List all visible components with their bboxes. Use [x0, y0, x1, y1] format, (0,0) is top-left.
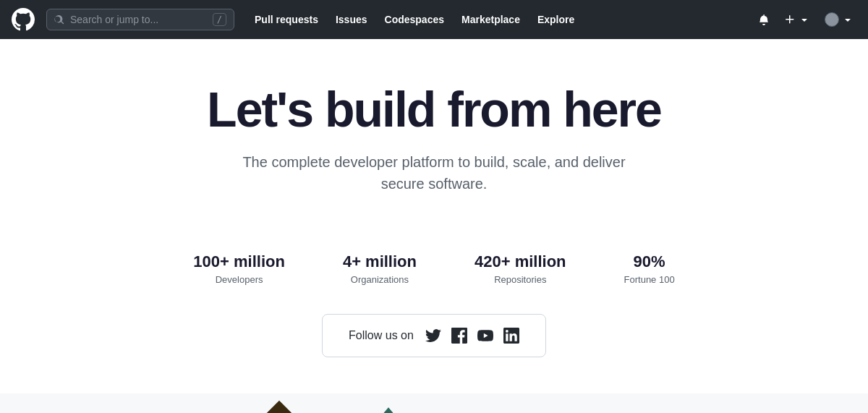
create-new-button[interactable]: [781, 11, 813, 28]
character-8: [767, 401, 854, 413]
stat-developers: 100+ million Developers: [193, 252, 285, 285]
nav-right-actions: [755, 9, 856, 30]
search-kbd: /: [213, 13, 226, 26]
stat-repositories-number: 420+ million: [475, 252, 566, 271]
stat-organizations-number: 4+ million: [343, 252, 417, 271]
character-5: [451, 401, 537, 413]
character-2: [127, 401, 214, 413]
linkedin-icon: [503, 328, 519, 344]
user-menu-button[interactable]: [822, 9, 856, 30]
character-1: [14, 401, 109, 413]
main-content: Let's build from here The complete devel…: [0, 39, 868, 413]
facebook-icon: [451, 328, 467, 344]
social-icons: [425, 328, 519, 344]
chevron-down-icon: [799, 14, 810, 25]
youtube-link[interactable]: [477, 328, 493, 344]
nav-links: Pull requests Issues Codespaces Marketpl…: [246, 14, 744, 25]
stats-section: 100+ million Developers 4+ million Organ…: [193, 252, 674, 285]
avatar-chevron-icon: [842, 14, 854, 25]
nav-marketplace[interactable]: Marketplace: [453, 14, 529, 25]
notifications-button[interactable]: [755, 11, 773, 28]
search-bar[interactable]: Search or jump to... /: [46, 9, 234, 30]
character-3: [232, 397, 326, 413]
nav-pull-requests[interactable]: Pull requests: [246, 14, 327, 25]
svg-marker-29: [374, 407, 403, 413]
follow-us-box: Follow us on: [322, 314, 546, 357]
youtube-icon: [477, 328, 493, 344]
search-icon: [54, 14, 64, 25]
character-4-illustration: [345, 401, 432, 413]
github-logo[interactable]: [12, 8, 35, 31]
hero-title: Let's build from here: [123, 82, 745, 137]
characters-row: [0, 393, 868, 413]
follow-us-label: Follow us on: [349, 329, 414, 342]
stat-repositories-label: Repositories: [475, 274, 566, 285]
linkedin-link[interactable]: [503, 328, 519, 344]
twitter-link[interactable]: [425, 328, 441, 344]
stat-fortune100: 90% Fortune 100: [624, 252, 675, 285]
character-3-illustration: [232, 397, 326, 413]
character-7-illustration: [661, 401, 748, 413]
avatar: [825, 12, 839, 27]
stat-developers-number: 100+ million: [193, 252, 285, 271]
facebook-link[interactable]: [451, 328, 467, 344]
stat-fortune100-label: Fortune 100: [624, 274, 675, 285]
twitter-icon: [425, 328, 441, 344]
character-8-illustration: [767, 401, 854, 413]
character-2-illustration: [127, 401, 214, 413]
stat-repositories: 420+ million Repositories: [475, 252, 566, 285]
search-placeholder-text: Search or jump to...: [70, 14, 207, 25]
character-5-illustration: [451, 401, 537, 413]
stat-fortune100-number: 90%: [624, 252, 675, 271]
hero-subtitle: The complete developer platform to build…: [239, 151, 629, 195]
nav-explore[interactable]: Explore: [529, 14, 583, 25]
plus-icon: [784, 14, 796, 25]
character-7: [661, 401, 748, 413]
svg-marker-22: [259, 401, 301, 413]
nav-issues[interactable]: Issues: [327, 14, 376, 25]
stat-developers-label: Developers: [193, 274, 285, 285]
character-6: [556, 401, 643, 413]
character-4: [345, 401, 432, 413]
character-1-illustration: [14, 401, 109, 413]
stat-organizations-label: Organizations: [343, 274, 417, 285]
navbar: Search or jump to... / Pull requests Iss…: [0, 0, 868, 39]
stat-organizations: 4+ million Organizations: [343, 252, 417, 285]
character-6-illustration: [556, 401, 643, 413]
nav-codespaces[interactable]: Codespaces: [376, 14, 453, 25]
hero-section: Let's build from here The complete devel…: [109, 39, 760, 223]
bell-icon: [758, 14, 770, 25]
